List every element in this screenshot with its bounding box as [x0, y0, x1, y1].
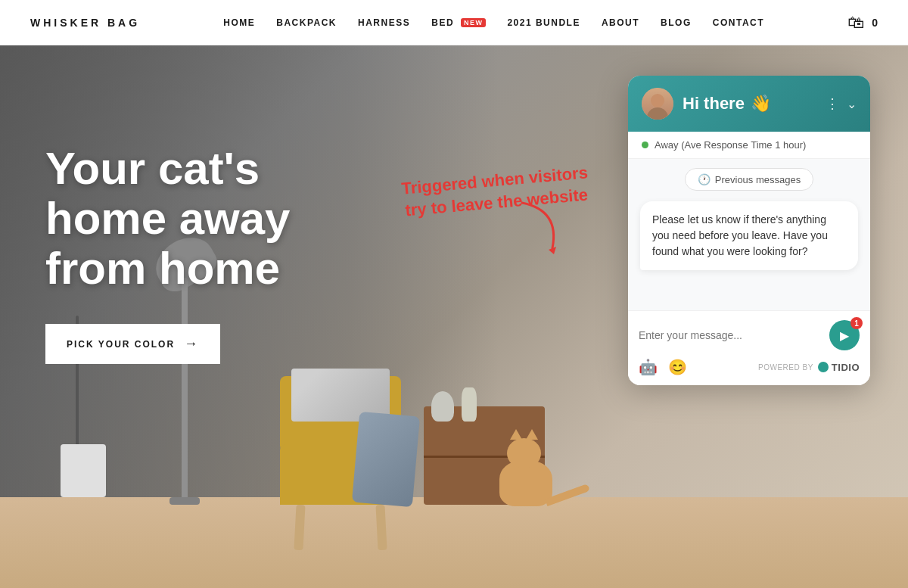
- nav-bed[interactable]: BED NEW: [431, 17, 486, 28]
- site-header: WHISKER BAG HOME BACKPACK HARNESS BED NE…: [0, 0, 908, 45]
- nav-about[interactable]: ABOUT: [602, 17, 639, 28]
- chat-menu-button[interactable]: ⋮: [826, 95, 839, 112]
- chat-body: 🕐 Previous messages Please let us know i…: [628, 159, 870, 310]
- previous-messages-button[interactable]: 🕐 Previous messages: [685, 168, 813, 191]
- avatar-body: [647, 107, 668, 120]
- tidio-logo: TIDIO: [818, 362, 860, 373]
- powered-by: POWERED BY TIDIO: [758, 362, 860, 373]
- chat-widget: Hi there 👋 ⋮ ⌄ Away (Ave Response Time 1…: [628, 76, 870, 385]
- clock-icon: 🕐: [698, 173, 711, 185]
- nav-harness[interactable]: HARNESS: [358, 17, 410, 28]
- nav-blog[interactable]: BLOG: [661, 17, 692, 28]
- annotation: Triggered when visitors try to leave the…: [401, 170, 590, 213]
- main-nav: HOME BACKPACK HARNESS BED NEW 2021 BUNDL…: [223, 17, 764, 28]
- chat-header: Hi there 👋 ⋮ ⌄: [628, 76, 870, 132]
- chat-avatar: [642, 88, 673, 120]
- wave-emoji: 👋: [751, 94, 771, 114]
- page-wrapper: WHISKER BAG HOME BACKPACK HARNESS BED NE…: [0, 0, 908, 588]
- bot-icon[interactable]: 🤖: [639, 358, 658, 376]
- send-badge: 1: [850, 317, 863, 329]
- chat-input-row: ▶ 1: [639, 320, 860, 350]
- prev-messages-label: Previous messages: [715, 174, 801, 185]
- chat-header-actions: ⋮ ⌄: [826, 95, 857, 112]
- hero-section: Your cat's home away from home PICK YOUR…: [0, 45, 908, 588]
- site-logo: WHISKER BAG: [30, 17, 140, 29]
- cta-arrow-icon: →: [184, 336, 199, 352]
- chat-minimize-button[interactable]: ⌄: [847, 97, 857, 111]
- chat-message-bubble: Please let us know if there's anything y…: [640, 201, 858, 270]
- annotation-arrow: [515, 195, 575, 259]
- message-input[interactable]: [639, 329, 822, 341]
- bed-badge: NEW: [461, 18, 487, 27]
- avatar-image: [642, 88, 673, 120]
- header-right: 🛍 0: [847, 13, 878, 33]
- nav-bundle[interactable]: 2021 BUNDLE: [507, 17, 580, 28]
- status-text: Away (Ave Response Time 1 hour): [655, 139, 806, 151]
- chat-title: Hi there 👋: [683, 94, 816, 114]
- nav-backpack[interactable]: BACKPACK: [276, 17, 337, 28]
- pick-color-button[interactable]: PICK YOUR COLOR →: [45, 324, 220, 364]
- nav-contact[interactable]: CONTACT: [713, 17, 764, 28]
- chat-message-text: Please let us know if there's anything y…: [652, 213, 828, 257]
- tidio-dot: [818, 362, 829, 372]
- send-icon: ▶: [840, 328, 849, 343]
- chat-toolbar: 🤖 😊 POWERED BY TIDIO: [639, 358, 860, 376]
- cta-label: PICK YOUR COLOR: [67, 339, 175, 350]
- chat-input-area: ▶ 1 🤖 😊 POWERED BY TIDIO: [628, 310, 870, 385]
- cart-count: 0: [872, 17, 878, 29]
- hero-text: Your cat's home away from home PICK YOUR…: [45, 144, 290, 364]
- hero-heading: Your cat's home away from home: [45, 144, 290, 294]
- send-button[interactable]: ▶ 1: [829, 320, 860, 350]
- emoji-icon[interactable]: 😊: [668, 358, 687, 376]
- chat-status-bar: Away (Ave Response Time 1 hour): [628, 132, 870, 159]
- status-indicator: [642, 142, 648, 148]
- nav-home[interactable]: HOME: [223, 17, 255, 28]
- chat-title-text: Hi there: [683, 94, 745, 114]
- powered-by-label: POWERED BY: [758, 363, 813, 372]
- avatar-head: [651, 94, 664, 107]
- cart-icon[interactable]: 🛍: [847, 13, 864, 33]
- tidio-label: TIDIO: [832, 362, 860, 373]
